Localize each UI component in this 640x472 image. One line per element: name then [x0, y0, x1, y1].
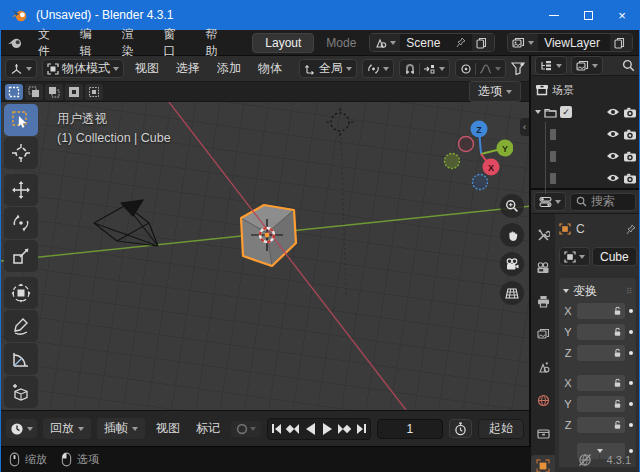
animate-dot[interactable] [629, 330, 633, 334]
camera-icon[interactable] [623, 173, 637, 184]
menu-add[interactable]: 添加 [211, 58, 247, 79]
gizmo-minus-y[interactable] [445, 154, 460, 169]
sidebar-toggle[interactable]: ‹ [520, 118, 529, 136]
minimize-button[interactable] [537, 0, 571, 30]
breadcrumb-object[interactable]: C [576, 222, 621, 236]
jump-to-end-button[interactable] [353, 419, 370, 439]
workspace-tab-next[interactable]: Mode [326, 36, 357, 50]
outliner-row-object[interactable] [535, 167, 637, 189]
object-name-field[interactable]: Cube [592, 247, 637, 266]
unlock-icon[interactable] [613, 378, 622, 388]
mode-dropdown[interactable]: 物体模式 [42, 59, 124, 78]
gizmo-minus-x[interactable] [459, 137, 474, 152]
expand-chevron-icon[interactable] [535, 110, 541, 114]
pan-button[interactable] [500, 223, 524, 247]
keying-menu[interactable]: 插帧 [97, 418, 145, 439]
animate-dot[interactable] [629, 381, 633, 385]
tool-scale[interactable] [4, 240, 38, 272]
tab-world[interactable] [531, 389, 555, 411]
tab-collection[interactable] [531, 422, 555, 444]
camera-icon[interactable] [623, 151, 637, 162]
tab-render[interactable] [531, 257, 555, 279]
unlock-icon[interactable] [613, 348, 622, 358]
eye-icon[interactable] [606, 151, 620, 161]
tool-move[interactable] [4, 174, 38, 206]
new-viewlayer-button[interactable] [610, 34, 629, 51]
location-y-field[interactable] [577, 324, 625, 340]
eye-icon[interactable] [606, 173, 620, 183]
auto-keyframe-toggle[interactable] [231, 421, 261, 437]
tool-rotate[interactable] [4, 207, 38, 239]
tab-output[interactable] [531, 290, 555, 312]
unlock-icon[interactable] [613, 399, 622, 409]
scene-browse-button[interactable] [370, 34, 400, 51]
outliner-row-object[interactable] [535, 145, 637, 167]
blender-menu-icon[interactable] [7, 36, 23, 49]
animate-dot[interactable] [629, 402, 633, 406]
properties-search-field[interactable]: 搜索 [570, 193, 636, 211]
tool-select-box[interactable] [4, 104, 38, 136]
unlock-icon[interactable] [613, 420, 622, 430]
object-browse-button[interactable] [559, 247, 590, 266]
new-scene-button[interactable] [472, 34, 491, 51]
menu-object[interactable]: 物体 [252, 58, 288, 79]
select-mode-extend[interactable] [25, 84, 43, 100]
animate-dot[interactable] [629, 423, 633, 427]
eye-icon[interactable] [606, 129, 620, 139]
perspective-toggle-button[interactable] [500, 281, 524, 305]
location-x-field[interactable] [577, 303, 625, 319]
jump-to-start-button[interactable] [268, 419, 285, 439]
camera-object[interactable] [94, 200, 158, 246]
viewlayer-name-field[interactable]: ViewLayer [538, 34, 610, 51]
current-frame-field[interactable]: 1 [377, 419, 443, 439]
outliner-editor-type-button[interactable] [535, 56, 567, 75]
search-icon[interactable] [622, 59, 635, 72]
preview-range-toggle[interactable] [449, 419, 472, 438]
tool-cursor[interactable] [4, 137, 38, 169]
viewport-3d[interactable]: 用户透视 (1) Collection | Cube [1, 102, 529, 410]
playback-menu[interactable]: 回放 [43, 418, 91, 439]
tool-annotate[interactable] [4, 310, 38, 342]
maximize-button[interactable] [571, 0, 605, 30]
close-button[interactable]: × [605, 0, 639, 30]
camera-icon[interactable] [623, 107, 637, 118]
viewlayer-browse-button[interactable] [508, 34, 538, 51]
viewport-options-dropdown[interactable]: 选项 [469, 81, 521, 102]
rotation-z-field[interactable] [577, 417, 625, 433]
outliner-filter-button[interactable] [571, 56, 603, 75]
tab-scene[interactable] [531, 356, 555, 378]
play-reverse-button[interactable] [302, 419, 319, 439]
start-frame-field[interactable]: 起始 [478, 419, 524, 439]
animate-dot[interactable] [629, 309, 633, 313]
gizmo-y[interactable]: Y [497, 140, 514, 157]
timeline-editor-type-button[interactable] [6, 419, 37, 438]
select-mode-invert[interactable] [65, 84, 83, 100]
next-keyframe-button[interactable] [336, 419, 353, 439]
prev-keyframe-button[interactable] [285, 419, 302, 439]
location-z-field[interactable] [577, 345, 625, 361]
scene-name-field[interactable]: Scene [400, 34, 472, 51]
filter-visibility-icon[interactable] [511, 62, 525, 75]
workspace-tab-layout[interactable]: Layout [252, 33, 314, 53]
select-mode-new[interactable] [5, 84, 23, 100]
rotation-y-field[interactable] [577, 396, 625, 412]
tab-object[interactable] [531, 455, 555, 472]
navigation-gizmo[interactable]: Z Y X [439, 108, 513, 194]
gizmo-x[interactable]: X [483, 159, 500, 176]
zoom-button[interactable] [500, 194, 524, 218]
proportional-edit-group[interactable] [455, 59, 506, 78]
tab-view-layer[interactable] [531, 323, 555, 345]
light-object[interactable] [326, 108, 354, 136]
tool-transform[interactable] [4, 277, 38, 309]
play-button[interactable] [319, 419, 336, 439]
outliner-row-scene[interactable]: 场景 [535, 79, 637, 101]
tool-measure[interactable] [4, 343, 38, 375]
timeline-marker-menu[interactable]: 标记 [191, 418, 225, 439]
transform-orientation-dropdown[interactable]: 全局 [299, 59, 357, 78]
remove-viewlayer-button[interactable]: × [629, 34, 633, 51]
select-mode-intersect[interactable] [85, 84, 103, 100]
outliner-row-object[interactable] [535, 123, 637, 145]
properties-editor-type-button[interactable] [534, 192, 566, 211]
snapping-group[interactable] [399, 59, 450, 78]
collection-checkbox[interactable]: ✓ [560, 106, 572, 118]
